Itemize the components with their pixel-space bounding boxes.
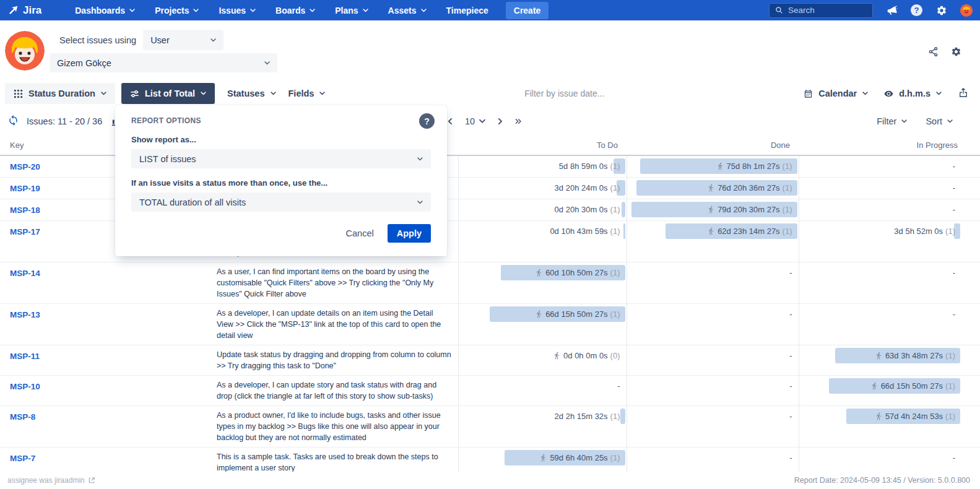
refresh-icon[interactable] <box>7 115 19 128</box>
nav-item-plans[interactable]: Plans <box>325 0 378 20</box>
duration-value: 79d 20h 30m 27s <box>718 205 779 214</box>
duration-cell-inprogress: - <box>799 199 980 221</box>
create-button[interactable]: Create <box>506 2 549 19</box>
issue-key-cell: MSP-14 <box>0 262 210 304</box>
duration-format-label: d.h.m.s <box>899 89 930 98</box>
date-filter-input[interactable]: Filter by issue date... <box>325 89 804 98</box>
issue-key-link[interactable]: MSP-8 <box>10 412 35 422</box>
filter-button[interactable]: Filter <box>877 116 907 126</box>
chevron-down-icon <box>129 9 135 12</box>
external-link-icon <box>88 477 95 484</box>
sort-button[interactable]: Sort <box>926 116 953 126</box>
chevron-down-icon <box>901 119 907 123</box>
issue-key-link[interactable]: MSP-14 <box>10 269 40 278</box>
fields-button[interactable]: Fields <box>288 83 326 104</box>
page-size-value: 10 <box>465 116 475 126</box>
nav-item-assets[interactable]: Assets <box>378 0 436 20</box>
runner-icon <box>870 382 878 390</box>
previous-page-button[interactable] <box>447 118 453 124</box>
eye-icon <box>884 89 893 98</box>
nav-item-dashboards[interactable]: Dashboards <box>65 0 145 20</box>
nav-item-boards[interactable]: Boards <box>266 0 325 20</box>
visit-count: (1) <box>610 412 620 421</box>
modal-title: REPORT OPTIONS <box>131 116 431 125</box>
page-size-select[interactable]: 10 <box>465 116 485 126</box>
duration-value: 2d 2h 15m 32s <box>555 412 608 421</box>
show-report-as-select[interactable]: LIST of issues <box>131 149 431 168</box>
fields-label: Fields <box>288 89 314 98</box>
global-search[interactable] <box>769 3 873 18</box>
duration-value: - <box>789 412 792 421</box>
report-settings-gear-icon[interactable] <box>951 46 961 59</box>
issue-key-cell: MSP-13 <box>0 304 210 345</box>
export-icon[interactable] <box>958 87 969 100</box>
nav-item-timepiece[interactable]: Timepiece <box>436 0 498 20</box>
chevron-down-icon <box>201 92 206 95</box>
issue-key-link[interactable]: MSP-17 <box>10 227 40 236</box>
user-select[interactable]: Gizem Gökçe <box>50 53 277 72</box>
duration-text: 0d 10h 43m 59s(1) <box>550 223 620 239</box>
duration-cell-done: - <box>627 304 799 345</box>
duration-text: 63d 3h 48m 27s(1) <box>875 348 955 363</box>
show-report-as-label: Show report as... <box>131 135 431 144</box>
cancel-button[interactable]: Cancel <box>346 228 374 238</box>
duration-value: 3d 20h 24m 0s <box>555 183 608 193</box>
report-type-button[interactable]: Status Duration <box>5 83 115 104</box>
nav-item-label: Dashboards <box>75 6 125 15</box>
visit-count: (1) <box>610 205 620 214</box>
duration-cell-todo: 0d 0h 0m 0s(0) <box>458 345 627 376</box>
chevron-down-icon <box>264 61 270 65</box>
duration-cell-done: - <box>627 345 799 376</box>
runner-icon <box>539 454 547 462</box>
jira-logo[interactable]: Jira <box>7 4 41 17</box>
visit-count: (1) <box>610 183 620 193</box>
issue-source-select[interactable]: User <box>143 30 223 50</box>
issue-key-link[interactable]: MSP-19 <box>10 184 40 193</box>
calendar-button[interactable]: Calendar <box>804 83 868 104</box>
statuses-label: Statuses <box>227 89 264 98</box>
search-input[interactable] <box>788 6 862 15</box>
user-avatar-small[interactable] <box>960 4 973 17</box>
duration-text: 79d 20h 30m 27s(1) <box>707 202 792 217</box>
last-page-button[interactable] <box>515 118 521 124</box>
help-icon[interactable]: ? <box>911 4 922 16</box>
visit-count: (1) <box>783 227 792 236</box>
issue-key-link[interactable]: MSP-13 <box>10 310 40 319</box>
duration-cell-inprogress: 3d 5h 52m 0s(1) <box>799 221 980 262</box>
column-header-done: Done <box>627 134 799 155</box>
issue-key-link[interactable]: MSP-10 <box>10 382 40 391</box>
modal-help-icon[interactable]: ? <box>419 113 435 129</box>
sort-label: Sort <box>926 116 942 126</box>
issue-key-link[interactable]: MSP-7 <box>10 454 35 463</box>
duration-text: - <box>789 348 792 363</box>
issue-key-link[interactable]: MSP-11 <box>10 352 40 361</box>
top-navigation-bar: Jira DashboardsProjectsIssuesBoardsPlans… <box>0 0 980 20</box>
issue-key-link[interactable]: MSP-18 <box>10 206 40 215</box>
megaphone-icon[interactable] <box>886 4 898 16</box>
chevron-down-icon <box>421 9 427 12</box>
view-mode-button[interactable]: List of Total <box>121 83 215 104</box>
apply-button[interactable]: Apply <box>388 224 431 243</box>
issues-count: Issues: 11 - 20 / 36 <box>27 116 102 126</box>
issue-summary: As a product owner, I'd like to include … <box>210 406 458 448</box>
nav-item-issues[interactable]: Issues <box>209 0 266 20</box>
table-row: MSP-13As a developer, I can update detai… <box>0 304 980 345</box>
visit-handling-select[interactable]: TOTAL duration of all visits <box>131 193 431 212</box>
duration-text: - <box>789 265 792 280</box>
duration-text: - <box>789 306 792 322</box>
brand-label: Jira <box>23 4 41 17</box>
nav-item-projects[interactable]: Projects <box>145 0 209 20</box>
footer-status-link[interactable]: assignee was jiraadmin <box>7 476 95 485</box>
duration-text: - <box>789 378 792 394</box>
duration-format-button[interactable]: d.h.m.s <box>884 83 942 104</box>
duration-cell-done: - <box>627 262 799 304</box>
runner-icon <box>707 184 715 192</box>
duration-cell-inprogress: 66d 15h 50m 27s(1) <box>799 376 980 406</box>
issue-key-link[interactable]: MSP-20 <box>10 162 40 171</box>
settings-gear-icon[interactable] <box>935 4 947 16</box>
share-icon[interactable] <box>928 46 939 59</box>
duration-value: 62d 23h 14m 27s <box>718 227 779 236</box>
next-page-button[interactable] <box>497 118 503 124</box>
statuses-button[interactable]: Statuses <box>227 83 275 104</box>
nav-item-label: Projects <box>155 6 189 15</box>
